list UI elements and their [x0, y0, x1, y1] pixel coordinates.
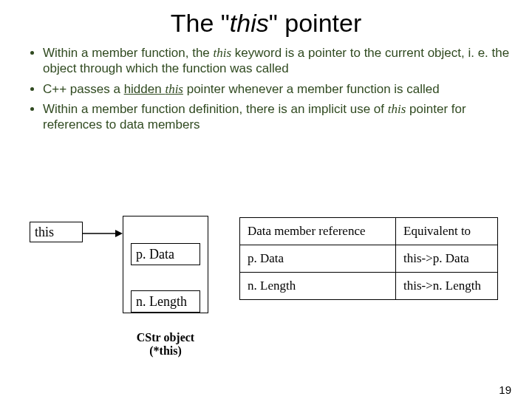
arrow-icon [83, 229, 123, 238]
table-row: p. Data this->p. Data [240, 245, 498, 273]
bullet-2-post: pointer whenever a member function is ca… [183, 82, 440, 96]
member-nlength: n. Length [131, 290, 200, 313]
slide-title: The "this" pointer [0, 9, 532, 38]
bullet-list: Within a member function, the this keywo… [30, 45, 510, 132]
bullet-1: Within a member function, the this keywo… [43, 45, 510, 77]
table-header-2: Equivalent to [396, 218, 498, 245]
bullet-1-kw: this [214, 46, 232, 60]
title-keyword: this [230, 9, 269, 37]
bullet-1-pre: Within a member function, the [43, 46, 214, 60]
table-cell: p. Data [240, 245, 396, 273]
object-box: p. Data n. Length [123, 216, 208, 313]
member-pdata: p. Data [131, 243, 200, 265]
bullet-2: C++ passes a hidden this pointer wheneve… [43, 81, 510, 97]
bullet-3-kw: this [388, 102, 406, 116]
equivalence-table: Data member reference Equivalent to p. D… [239, 217, 498, 300]
table-header-1: Data member reference [240, 218, 396, 245]
object-diagram: this p. Data n. Length CStr object (*thi… [30, 216, 251, 393]
this-pointer-box: this [30, 222, 83, 242]
object-caption: CStr object (*this) [123, 331, 208, 358]
bullet-2-kw: this [165, 82, 183, 96]
title-pre: The " [171, 9, 230, 37]
title-post: " pointer [269, 9, 361, 37]
caption-line1: CStr object [137, 331, 194, 344]
table-row: n. Length this->n. Length [240, 273, 498, 300]
svg-marker-1 [115, 230, 123, 237]
table-cell: this->n. Length [396, 273, 498, 300]
bullet-3: Within a member function definition, the… [43, 101, 510, 133]
bullet-2-underline: hidden this [124, 82, 183, 96]
page-number: 19 [499, 383, 511, 396]
table-row: Data member reference Equivalent to [240, 218, 498, 245]
caption-line2: (*this) [149, 344, 182, 357]
bullet-2-pre: C++ passes a [43, 82, 124, 96]
table-cell: n. Length [240, 273, 396, 300]
table-cell: this->p. Data [396, 245, 498, 273]
bullet-2-hidden: hidden [124, 82, 166, 96]
bullet-3-pre: Within a member function definition, the… [43, 102, 388, 116]
